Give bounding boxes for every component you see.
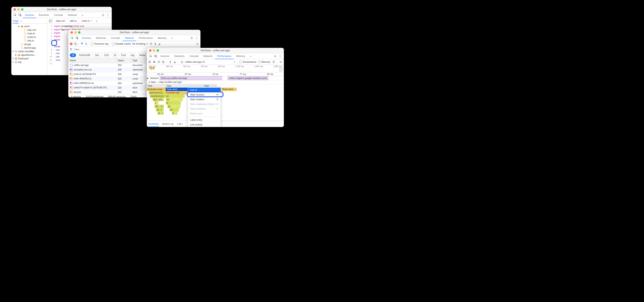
titlebar[interactable]: DevTools - coffee-cart.app/	[68, 30, 200, 35]
device-icon[interactable]	[153, 54, 158, 58]
tree-item[interactable]: ▼top	[11, 60, 47, 64]
panel-settings-icon[interactable]	[196, 42, 199, 45]
tab-elements[interactable]: Elements	[36, 12, 51, 18]
filter-pill-all[interactable]: All	[70, 53, 76, 57]
file-tab-utilsts[interactable]: utils.ts	[69, 19, 78, 23]
inspect-icon[interactable]	[70, 36, 74, 40]
tab-elements[interactable]: Elements	[94, 35, 108, 41]
tab-bottom-up[interactable]: Bottom-up	[162, 123, 174, 125]
settings-icon[interactable]	[101, 13, 105, 17]
overview-timeline[interactable]: 197 ms397 ms597 ms797 ms997 ms1,197 ms1,…	[147, 65, 284, 72]
col-name[interactable]: Name	[68, 58, 116, 63]
network-lane[interactable]: ▶ Network 522e.css (coffee-cart.app) col…	[147, 76, 284, 80]
filter-pill-doc[interactable]: Doc	[93, 53, 101, 57]
tree-item[interactable]: App.vue	[11, 28, 47, 32]
titlebar[interactable]: DevTools - coffee-cart.app/	[147, 48, 284, 53]
flame-tz[interactable]: tz	[166, 101, 181, 105]
screenshots-checkbox[interactable]: Screenshots	[240, 60, 256, 63]
menu-item[interactable]: Link entries	[188, 122, 221, 127]
flame-yz[interactable]: yz	[166, 94, 184, 98]
upload-icon[interactable]	[169, 61, 172, 63]
flame-e[interactable]: e	[172, 111, 178, 115]
tab-performance[interactable]: Performance	[136, 35, 155, 41]
tab-call-tree[interactable]: Call t	[177, 123, 183, 125]
minimize-icon[interactable]	[74, 31, 77, 33]
filter-pill-font[interactable]: Font	[119, 53, 128, 57]
flame-task[interactable]: Task	[147, 84, 166, 88]
inspect-icon[interactable]	[148, 54, 153, 58]
settings-icon[interactable]	[190, 36, 194, 40]
flame-gy[interactable]: gy	[167, 105, 180, 108]
menu-item[interactable]: Label entry	[188, 118, 221, 122]
tab-elements[interactable]: Elements	[172, 53, 187, 59]
menu-item[interactable]: Hide functionH	[188, 92, 221, 97]
kebab-icon[interactable]	[278, 54, 282, 58]
preserve-log-checkbox[interactable]: Preserve log	[91, 42, 108, 45]
filter-pill-css[interactable]: CSS	[102, 53, 110, 57]
tree-item[interactable]: ▼cdnjs.cloudflar…	[11, 50, 47, 53]
more-nav-icon[interactable]	[20, 19, 22, 22]
net-request-bar[interactable]: collect (region1.google-analytics.com)	[228, 76, 268, 80]
close-tab-icon[interactable]: ×	[90, 19, 92, 22]
throttling-select[interactable]: No throttling ▼	[132, 42, 148, 45]
file-tree[interactable]: ▶storeApp.vuemain.tsrouter.tsutils.tsad.…	[11, 24, 47, 75]
close-icon[interactable]	[149, 49, 151, 52]
zoom-icon[interactable]	[21, 8, 24, 10]
search-icon[interactable]	[85, 43, 88, 45]
menu-item[interactable]: Ask AI	[188, 88, 221, 92]
record-circle-icon[interactable]	[153, 61, 156, 63]
kebab-icon[interactable]	[194, 36, 199, 40]
minimize-icon[interactable]	[153, 49, 155, 52]
tree-item[interactable]: ▶ajax/libs/nor…	[11, 53, 47, 57]
filter-input[interactable]	[74, 48, 108, 51]
more-tabs-icon[interactable]	[169, 35, 175, 41]
device-icon[interactable]	[18, 13, 22, 17]
tab-console[interactable]: Console	[187, 53, 201, 59]
tab-console[interactable]: Console	[109, 35, 122, 41]
zoom-icon[interactable]	[157, 49, 159, 52]
reload-icon[interactable]	[158, 61, 160, 63]
flame-a[interactable]: (a…)	[158, 111, 164, 115]
time-ruler[interactable]: 62 ms67 ms72 ms77 ms82 ms	[147, 72, 284, 76]
page-tab[interactable]: Page	[13, 19, 18, 23]
filter-pill-media[interactable]: Media	[138, 53, 148, 57]
traffic-lights[interactable]	[14, 8, 24, 10]
flame-anon[interactable]: (anonymous)	[150, 94, 166, 98]
flame-ans[interactable]: (an…s)	[154, 105, 164, 108]
record-icon[interactable]	[70, 43, 72, 45]
tree-item[interactable]: banner.jpg	[11, 46, 47, 50]
tab-sources[interactable]: Sources	[23, 12, 36, 18]
traffic-lights[interactable]	[70, 31, 80, 33]
flame-wz[interactable]: wz	[166, 98, 183, 101]
more-tabs-icon[interactable]	[80, 12, 86, 18]
download-icon[interactable]	[174, 61, 176, 63]
tree-item[interactable]: ad.jpg	[11, 42, 47, 46]
flame-a[interactable]: (a…)	[156, 108, 164, 111]
tab-sources[interactable]: Sources	[80, 35, 93, 41]
titlebar[interactable]: DevTools - coffee-cart.app/	[11, 7, 112, 12]
flame-c[interactable]: c	[154, 101, 158, 105]
filter-pill-fetch/xhr[interactable]: Fetch/XHR	[77, 53, 92, 57]
tab-summary[interactable]: Summary	[148, 123, 159, 127]
col-status[interactable]: Status	[116, 58, 131, 63]
flame-evaluate[interactable]: Evaluate script	[147, 88, 166, 91]
recording-select[interactable]: coffee-cart.app #2	[185, 60, 232, 63]
minimize-icon[interactable]	[17, 8, 20, 10]
record-icon[interactable]	[148, 61, 151, 63]
main-thread-label[interactable]: ▼ Main — https://coffee-cart.app/	[147, 80, 284, 84]
flame-by[interactable]: by	[170, 108, 179, 111]
disable-cache-checkbox[interactable]: Disable cache	[112, 42, 131, 45]
tab-sources[interactable]: Sources	[158, 53, 172, 59]
tree-item[interactable]: main.ts	[11, 32, 47, 35]
close-icon[interactable]	[70, 31, 73, 33]
funnel-icon[interactable]	[70, 48, 72, 51]
menu-item[interactable]: Hide childrenC	[188, 97, 221, 102]
device-icon[interactable]	[75, 36, 79, 40]
download-icon[interactable]	[158, 43, 161, 45]
kebab-icon[interactable]	[106, 13, 110, 17]
network-conditions-icon[interactable]	[150, 43, 152, 45]
net-request-bar[interactable]: 522e.css (coffee-cart.app)	[160, 76, 222, 80]
flame-timer-fired[interactable]: Timer fired	[222, 88, 236, 91]
memory-checkbox[interactable]: Memory	[258, 60, 270, 63]
home-icon[interactable]	[181, 61, 183, 63]
